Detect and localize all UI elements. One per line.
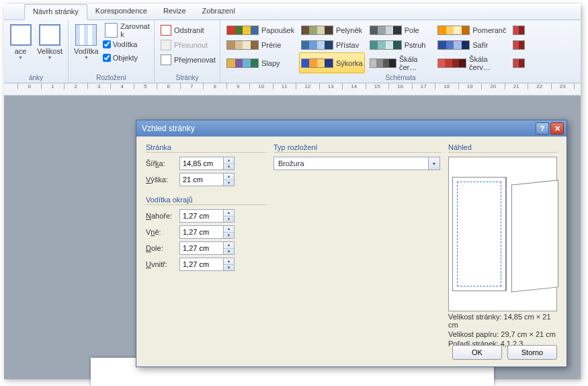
section-layout-type: Typ rozložení: [274, 143, 442, 153]
width-label: Šířka:: [146, 159, 179, 167]
bottom-spinner[interactable]: ▲▼: [179, 241, 235, 255]
layout-type-value: Brožura: [274, 159, 428, 167]
tab-view[interactable]: Zobrazení: [194, 4, 244, 20]
inside-label: Uvnitř:: [146, 260, 179, 268]
swatch-icon: [301, 59, 333, 68]
rename-page-button[interactable]: Přejmenovat: [159, 52, 218, 67]
delete-icon: [161, 25, 171, 36]
swatch-icon: [226, 40, 259, 50]
move-icon: [161, 40, 171, 50]
scheme-label: Sýkorka: [336, 59, 363, 67]
group-label: Rozložení: [73, 73, 150, 83]
spin-down-icon[interactable]: ▼: [224, 164, 234, 170]
scheme-label: Přístav: [336, 41, 359, 49]
tab-mailings[interactable]: Korespondence: [87, 4, 155, 20]
objects-checkbox[interactable]: Objekty: [103, 51, 153, 65]
top-input[interactable]: [180, 212, 223, 220]
chevron-down-icon: ▼: [48, 55, 52, 60]
swatch-icon: [226, 59, 259, 68]
swatch-icon: [370, 26, 402, 35]
scheme-gallery[interactable]: PapoušekPelyněkPolePomerančPrériePřístav…: [224, 23, 577, 73]
width-input[interactable]: [180, 159, 223, 167]
preview-box: [448, 157, 557, 311]
chevron-down-icon: ▼: [84, 55, 89, 60]
help-button[interactable]: ?: [536, 122, 549, 134]
scheme-label: Prérie: [261, 41, 281, 49]
outside-input[interactable]: [180, 228, 223, 236]
dialog-title: Vzhled stránky: [142, 124, 195, 133]
scheme-label: Škála čer…: [399, 55, 431, 71]
height-spinner[interactable]: ▲▼: [179, 173, 235, 186]
swatch-icon: [301, 40, 333, 50]
swatch-icon: [301, 26, 333, 35]
scheme-item[interactable]: Pstruh: [368, 38, 433, 52]
scheme-label: Papoušek: [261, 26, 294, 34]
ok-button[interactable]: OK: [452, 345, 502, 360]
swatch-icon: [513, 59, 525, 68]
scheme-item[interactable]: Papoušek: [224, 23, 296, 37]
align-to-button[interactable]: Zarovnat k: [103, 23, 153, 38]
layout-type-combo[interactable]: Brožura ▼: [274, 157, 440, 170]
guides-checkbox[interactable]: Vodítka: [103, 38, 153, 51]
group-label: Stránky: [159, 73, 216, 83]
scheme-item[interactable]: Pole: [368, 23, 433, 37]
scheme-item[interactable]: [511, 52, 577, 73]
chevron-down-icon[interactable]: ▼: [428, 157, 439, 169]
scheme-item[interactable]: Prérie: [224, 38, 296, 52]
scheme-item[interactable]: [511, 23, 577, 37]
page-icon: [10, 24, 32, 46]
swatch-icon: [513, 40, 525, 50]
top-label: Nahoře:: [146, 212, 179, 220]
swatch-icon: [437, 40, 470, 50]
cancel-button[interactable]: Storno: [507, 345, 557, 360]
horizontal-ruler: 0123456789101112131415161718192021222324: [4, 83, 581, 95]
height-label: Výška:: [146, 176, 179, 184]
section-page: Stránka: [146, 143, 267, 153]
scheme-item[interactable]: Přístav: [299, 38, 365, 52]
inside-spinner[interactable]: ▲▼: [179, 258, 235, 271]
size-button[interactable]: Velikost ▼: [36, 22, 64, 61]
swatch-icon: [370, 40, 402, 50]
spin-up-icon[interactable]: ▲: [224, 173, 234, 180]
scheme-label: Slapy: [261, 59, 280, 67]
scheme-item[interactable]: Škála červ…: [435, 52, 508, 73]
spin-up-icon[interactable]: ▲: [224, 157, 234, 164]
tab-review[interactable]: Revize: [155, 4, 194, 20]
outside-spinner[interactable]: ▲▼: [179, 225, 235, 239]
align-icon: [105, 23, 118, 38]
section-margins: Vodítka okrajů: [146, 196, 267, 205]
height-input[interactable]: [180, 176, 223, 184]
scheme-item[interactable]: Škála čer…: [368, 52, 433, 73]
width-spinner[interactable]: ▲▼: [179, 157, 235, 170]
orientation-button[interactable]: ace ▼: [8, 22, 33, 61]
scheme-label: Pomeranč: [472, 26, 506, 34]
swatch-icon: [437, 26, 470, 35]
scheme-item[interactable]: Safír: [435, 38, 508, 52]
group-label: Schémata: [224, 73, 577, 83]
section-preview: Náhled: [448, 143, 557, 153]
tab-page-design[interactable]: Návrh stránky: [24, 4, 87, 20]
dialog-titlebar: Vzhled stránky ? ✕: [136, 120, 566, 137]
chevron-down-icon: ▼: [18, 55, 23, 60]
bottom-label: Dole:: [146, 244, 179, 252]
outside-label: Vně:: [146, 228, 179, 236]
swatch-icon: [437, 59, 466, 68]
scheme-item[interactable]: [511, 38, 577, 52]
bottom-input[interactable]: [180, 244, 223, 252]
top-spinner[interactable]: ▲▼: [179, 209, 235, 223]
spin-down-icon[interactable]: ▼: [224, 180, 234, 186]
swatch-icon: [370, 59, 396, 68]
scheme-item[interactable]: Pomeranč: [435, 23, 508, 37]
info-page-size: Velikost stránky: 14,85 cm × 21 cm: [448, 313, 557, 329]
info-paper-size: Velikost papíru: 29,7 cm × 21 cm: [448, 330, 557, 338]
scheme-item[interactable]: Pelyněk: [299, 23, 365, 37]
close-button[interactable]: ✕: [550, 122, 564, 134]
ribbon-tabs: Návrh stránky Korespondence Revize Zobra…: [4, 4, 581, 20]
remove-page-button[interactable]: Odstranit: [159, 23, 218, 38]
scheme-item[interactable]: Slapy: [224, 52, 296, 73]
group-label: ánky: [8, 73, 64, 83]
inside-input[interactable]: [180, 260, 223, 268]
guides-button[interactable]: Vodítka ▼: [73, 22, 100, 61]
scheme-item[interactable]: Sýkorka: [299, 52, 365, 73]
swatch-icon: [226, 26, 259, 35]
